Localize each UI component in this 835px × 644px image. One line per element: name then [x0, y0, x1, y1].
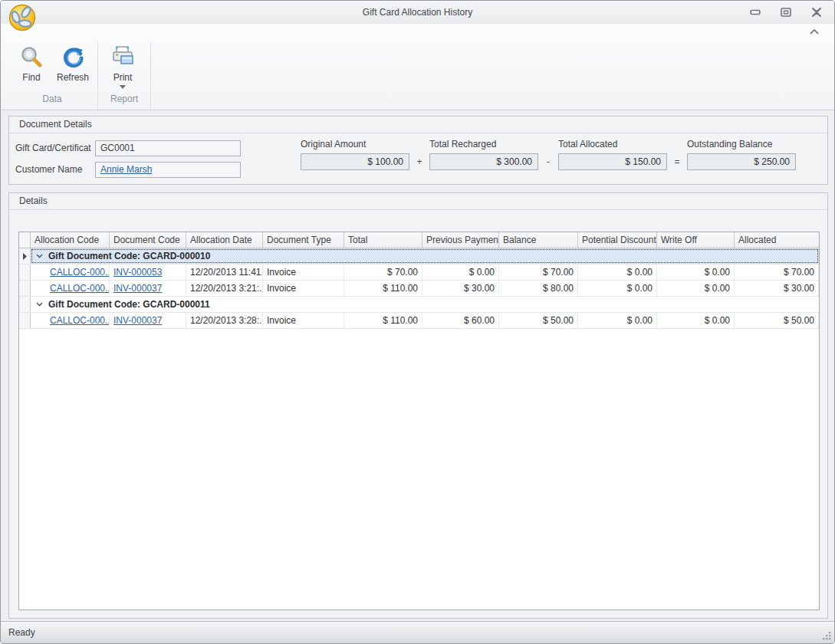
row-indicator-cell	[19, 297, 31, 312]
previous-payment-cell: $ 30.00	[422, 281, 499, 296]
window-title: Gift Card Allocation History	[1, 1, 834, 24]
write-off-cell: $ 0.00	[657, 313, 735, 328]
group-row[interactable]: Gift Document Code: GCARD-000010	[19, 248, 819, 264]
allocation-date-cell: 12/20/2013 3:21:...	[186, 281, 263, 296]
original-amount-value: $ 100.00	[301, 153, 409, 170]
column-header-write-off[interactable]: Write Off	[657, 232, 735, 248]
find-button-label: Find	[22, 72, 40, 83]
outstanding-balance-value: $ 250.00	[687, 153, 796, 170]
document-code-link[interactable]: INV-000037	[113, 283, 162, 294]
table-row[interactable]: CALLOC-000... INV-000037 12/20/2013 3:28…	[19, 313, 819, 329]
ribbon-group-report: Print Report	[98, 42, 151, 110]
chevron-down-icon[interactable]	[36, 302, 43, 307]
allocation-date-cell: 12/20/2013 11:41...	[186, 264, 263, 280]
column-header-document-type[interactable]: Document Type	[263, 232, 344, 248]
window-controls	[748, 6, 823, 18]
row-indicator-cell	[19, 264, 31, 280]
ribbon: Find Refresh Data	[1, 24, 834, 110]
balance-cell: $ 70.00	[499, 264, 578, 280]
ribbon-group-label-report: Report	[103, 92, 146, 110]
table-row[interactable]: CALLOC-000... INV-000037 12/20/2013 3:21…	[19, 281, 819, 297]
column-header-previous-payment[interactable]: Previous Payment	[422, 232, 499, 248]
column-header-allocated[interactable]: Allocated	[735, 232, 819, 248]
gift-card-value: GC0001	[100, 143, 135, 153]
row-indicator-cell	[19, 248, 31, 264]
column-header-total[interactable]: Total	[344, 232, 422, 248]
previous-payment-cell: $ 60.00	[422, 313, 499, 328]
total-allocated: Total Allocated $ 150.00	[558, 139, 667, 170]
print-button[interactable]: Print	[103, 42, 143, 89]
document-type-cell: Invoice	[263, 313, 344, 328]
allocation-date-cell: 12/20/2013 3:28:...	[186, 313, 263, 328]
total-allocated-value: $ 150.00	[558, 153, 667, 170]
total-recharged-label: Total Recharged	[429, 139, 538, 150]
status-text: Ready	[8, 627, 35, 638]
plus-operator: +	[409, 153, 429, 170]
customer-name-field[interactable]: Annie Marsh	[95, 162, 241, 178]
restore-icon	[781, 8, 791, 17]
triangle-right-icon	[23, 253, 27, 260]
potential-discount-cell: $ 0.00	[578, 281, 657, 296]
total-cell: $ 70.00	[344, 264, 422, 280]
column-header-document-code[interactable]: Document Code	[110, 232, 186, 248]
original-amount: Original Amount $ 100.00	[301, 139, 409, 170]
chevron-up-icon	[808, 27, 820, 36]
details-grid: Allocation Code Document Code Allocation…	[18, 232, 820, 610]
table-row[interactable]: CALLOC-000... INV-000053 12/20/2013 11:4…	[19, 264, 819, 281]
minimize-icon	[750, 9, 761, 15]
app-logo-icon[interactable]	[8, 3, 37, 32]
allocation-code-link[interactable]: CALLOC-000...	[50, 267, 110, 278]
grid-header-row: Allocation Code Document Code Allocation…	[19, 232, 819, 248]
document-code-link[interactable]: INV-000053	[113, 267, 162, 278]
minimize-button[interactable]	[748, 6, 762, 18]
allocated-cell: $ 50.00	[735, 313, 819, 328]
document-type-cell: Invoice	[263, 281, 344, 296]
total-allocated-label: Total Allocated	[558, 139, 667, 150]
details-panel: Details Allocation Code Document Code Al…	[8, 192, 828, 619]
gift-card-field[interactable]: GC0001	[95, 140, 241, 156]
allocation-code-link[interactable]: CALLOC-000...	[50, 315, 110, 326]
app-window: Gift Card Allocation History	[0, 0, 835, 644]
ribbon-group-label-data: Data	[12, 92, 93, 110]
document-details-panel: Document Details Gift Card/Certificat GC…	[8, 116, 828, 185]
row-indicator-cell	[19, 281, 31, 296]
outstanding-balance-label: Outstanding Balance	[687, 139, 796, 150]
close-button[interactable]	[810, 6, 823, 18]
resize-grip-icon[interactable]	[821, 630, 832, 641]
chevron-down-icon[interactable]	[36, 254, 43, 258]
minus-operator: -	[538, 153, 558, 170]
customer-name-label: Customer Name	[15, 162, 95, 178]
details-caption: Details	[9, 193, 827, 210]
allocation-code-link[interactable]: CALLOC-000...	[50, 283, 110, 294]
refresh-button-label: Refresh	[57, 72, 89, 83]
find-button[interactable]: Find	[12, 42, 51, 83]
potential-discount-cell: $ 0.00	[578, 313, 657, 328]
column-header-potential-discount[interactable]: Potential Discount	[578, 232, 657, 248]
original-amount-label: Original Amount	[301, 139, 409, 150]
ribbon-group-data: Find Refresh Data	[7, 42, 98, 110]
total-cell: $ 110.00	[344, 313, 422, 328]
group-header-text: Gift Document Code: GCARD-000011	[48, 299, 210, 310]
total-recharged-value: $ 300.00	[429, 153, 538, 170]
column-header-balance[interactable]: Balance	[499, 232, 578, 248]
printer-icon	[110, 44, 135, 69]
column-header-allocation-code[interactable]: Allocation Code	[31, 232, 110, 248]
customer-name-link[interactable]: Annie Marsh	[100, 164, 152, 175]
outstanding-balance: Outstanding Balance $ 250.00	[687, 139, 796, 170]
ribbon-collapse-button[interactable]	[808, 27, 822, 38]
allocated-cell: $ 30.00	[735, 281, 819, 296]
equals-operator: =	[667, 153, 687, 170]
ribbon-groups: Find Refresh Data	[7, 42, 151, 110]
print-button-label: Print	[113, 72, 133, 83]
restore-button[interactable]	[779, 6, 793, 18]
group-row[interactable]: Gift Document Code: GCARD-000011	[19, 297, 819, 313]
refresh-button[interactable]: Refresh	[53, 42, 93, 83]
magnifier-icon	[19, 44, 44, 69]
document-code-link[interactable]: INV-000037	[113, 315, 162, 326]
write-off-cell: $ 0.00	[657, 281, 735, 296]
potential-discount-cell: $ 0.00	[578, 264, 657, 280]
total-cell: $ 110.00	[344, 281, 422, 296]
balance-cell: $ 50.00	[499, 313, 578, 328]
column-header-allocation-date[interactable]: Allocation Date	[186, 232, 263, 248]
row-indicator-header	[19, 232, 31, 248]
